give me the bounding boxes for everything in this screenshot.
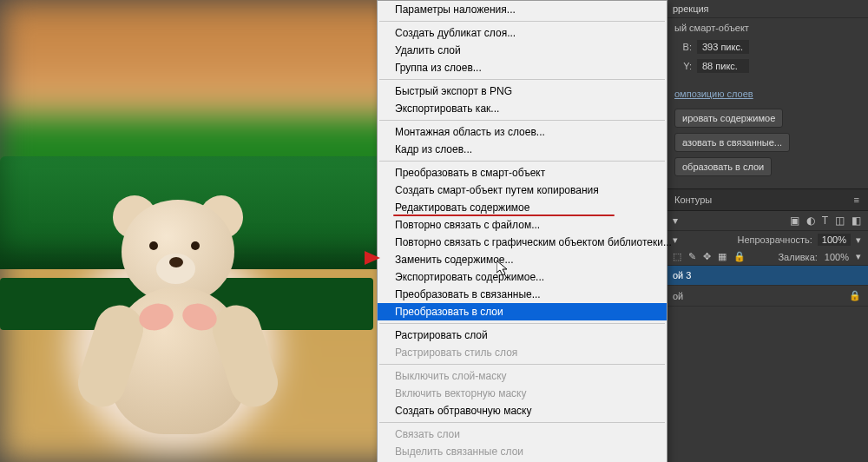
lock-brush-icon[interactable]: ✎ xyxy=(688,251,696,262)
menu-item: Выключить слой-маску xyxy=(378,367,667,385)
teddy-bear xyxy=(69,200,286,443)
mask-icon[interactable]: ◐ xyxy=(806,214,815,227)
lock-move-icon[interactable]: ✥ xyxy=(703,251,711,262)
menu-separator xyxy=(379,161,665,162)
lock-icon: 🔒 xyxy=(849,290,861,301)
menu-item[interactable]: Повторно связать с файлом... xyxy=(378,216,667,234)
contours-tab[interactable]: Контуры xyxy=(674,195,712,205)
menu-item[interactable]: Преобразовать в связанные... xyxy=(378,286,667,303)
menu-item: Связать слои xyxy=(378,426,667,443)
text-icon[interactable]: T xyxy=(822,214,828,227)
layer-row-bg[interactable]: ой 🔒 xyxy=(666,286,868,307)
menu-item[interactable]: Экспортировать содержимое... xyxy=(378,268,667,286)
mouse-cursor xyxy=(496,261,509,276)
opacity-label: Непрозрачность: xyxy=(737,234,812,245)
menu-item[interactable]: Группа из слоев... xyxy=(378,59,667,76)
layer-name-3: ой 3 xyxy=(673,270,691,280)
menu-separator xyxy=(379,364,665,365)
menu-item[interactable]: Создать дубликат слоя... xyxy=(378,24,667,42)
height-value[interactable]: 88 пикс. xyxy=(697,59,749,73)
menu-item: Выделить связанные слои xyxy=(378,443,667,460)
blend-mode-dropdown[interactable]: ▾ xyxy=(673,234,678,246)
menu-item[interactable]: Преобразовать в смарт-объект xyxy=(378,164,667,182)
layer-row-3[interactable]: ой 3 xyxy=(666,266,868,286)
smart-object-type: ый смарт-объект xyxy=(666,18,868,37)
shape-icon[interactable]: ◫ xyxy=(835,214,845,227)
lock-all-icon[interactable]: 🔒 xyxy=(733,251,746,262)
menu-item[interactable]: Создать обтравочную маску xyxy=(378,402,667,419)
edit-contents-button[interactable]: ировать содержимое xyxy=(674,109,783,128)
width-value[interactable]: 393 пикс. xyxy=(697,40,749,54)
layer-comp-link[interactable]: омпозицию слоев xyxy=(666,84,868,103)
layer-context-menu: Параметры наложения...Создать дубликат с… xyxy=(377,0,667,462)
menu-item[interactable]: Быстрый экспорт в PNG xyxy=(378,82,667,100)
menu-item[interactable]: Повторно связать с графическим объектом … xyxy=(378,234,667,251)
menu-item[interactable]: Монтажная область из слоев... xyxy=(378,123,667,141)
menu-separator xyxy=(379,79,665,80)
svg-marker-0 xyxy=(496,261,507,275)
opacity-value[interactable]: 100% xyxy=(818,234,851,246)
lock-nest-icon[interactable]: ▦ xyxy=(718,251,727,262)
panel-menu-icon[interactable]: ≡ xyxy=(854,195,859,205)
height-label: Y: xyxy=(674,61,692,71)
menu-item[interactable]: Растрировать слой xyxy=(378,327,667,344)
menu-separator xyxy=(379,323,665,324)
fill-dropdown-icon[interactable]: ▾ xyxy=(856,251,861,262)
menu-separator xyxy=(379,120,665,121)
menu-item[interactable]: Кадр из слоев... xyxy=(378,141,667,158)
smartobj-icon[interactable]: ◧ xyxy=(852,214,861,227)
convert-layers-button[interactable]: образовать в слои xyxy=(674,157,772,176)
correction-tab[interactable]: ррекция xyxy=(666,0,868,18)
annotation-arrow xyxy=(365,251,380,265)
menu-item[interactable]: Создать смарт-объект путем копирования xyxy=(378,182,667,199)
menu-item[interactable]: Редактировать содержимое xyxy=(378,199,667,216)
menu-item[interactable]: Преобразовать в слои xyxy=(378,303,667,320)
search-icon[interactable]: ▾ xyxy=(673,214,678,227)
menu-item[interactable]: Параметры наложения... xyxy=(378,1,667,18)
convert-linked-button[interactable]: азовать в связанные... xyxy=(674,133,790,152)
right-panels: ррекция ый смарт-объект В: 393 пикс. Y: … xyxy=(666,0,868,462)
menu-separator xyxy=(379,422,665,423)
layer-name-bg: ой xyxy=(673,291,683,301)
menu-item[interactable]: Экспортировать как... xyxy=(378,100,667,117)
menu-item[interactable]: Заменить содержимое... xyxy=(378,251,667,268)
lock-image-icon[interactable]: ⬚ xyxy=(673,251,681,262)
fill-value[interactable]: 100% xyxy=(825,252,849,262)
menu-item: Включить векторную маску xyxy=(378,385,667,402)
opacity-dropdown-icon[interactable]: ▾ xyxy=(856,234,861,246)
width-label: В: xyxy=(674,42,692,52)
menu-separator xyxy=(379,21,665,22)
fill-label: Заливка: xyxy=(778,252,817,262)
menu-item[interactable]: Удалить слой xyxy=(378,42,667,59)
menu-item: Растрировать стиль слоя xyxy=(378,344,667,361)
image-icon[interactable]: ▣ xyxy=(790,214,799,227)
